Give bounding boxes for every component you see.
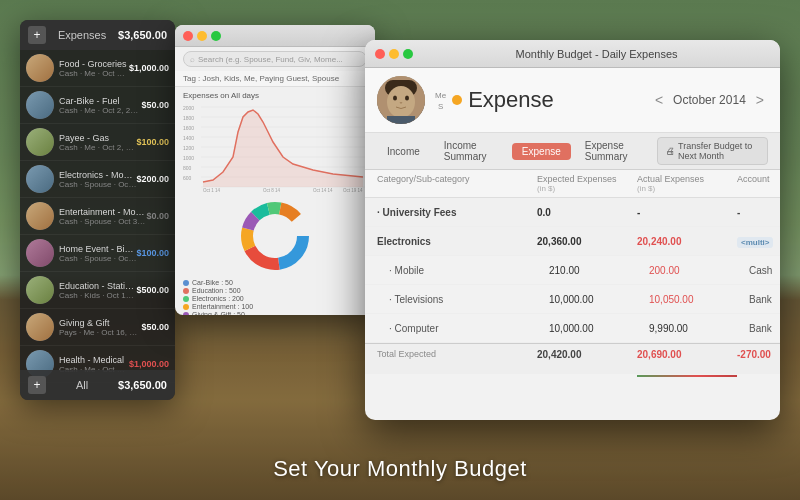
category-cell: · Mobile (389, 265, 549, 276)
legend-item: Car-Bike : 50 (183, 279, 367, 286)
expenses-panel: + Expenses $3,650.00 Food - Groceries Ca… (20, 20, 175, 400)
svg-marker-17 (203, 110, 363, 187)
add-expense-button[interactable]: + (28, 26, 46, 44)
legend-item: Electronics : 200 (183, 295, 367, 302)
svg-text:1400: 1400 (183, 135, 194, 141)
item-name: Payee - Gas (59, 133, 136, 143)
expected-cell: 10,000.00 (549, 294, 649, 305)
legend-label: Education : 500 (192, 287, 241, 294)
account-cell: Bank (749, 294, 772, 305)
item-amount: $50.00 (141, 100, 169, 110)
table-row[interactable]: Electronics 20,360.00 20,240.00 <multi> … (365, 227, 780, 256)
item-sub: Cash · Spouse · Oct 13, 2014 (59, 254, 136, 263)
maximize-button[interactable] (211, 31, 221, 41)
item-amount: $100.00 (136, 248, 169, 258)
avatar (26, 128, 54, 156)
item-name: Car-Bike - Fuel (59, 96, 141, 106)
legend-dot (183, 312, 189, 316)
profile-sub: S (435, 102, 446, 111)
tag-label: Tag : Josh, Kids, Me, Paying Guest, Spou… (183, 74, 339, 83)
chart-label: Expenses on All days (183, 91, 367, 100)
main-close-button[interactable] (375, 49, 385, 59)
item-name: Giving & Gift (59, 318, 141, 328)
budget-window: Monthly Budget - Daily Expenses (365, 40, 780, 420)
main-minimize-button[interactable] (389, 49, 399, 59)
list-item[interactable]: Giving & Gift Pays · Me · Oct 16, 2014 $… (20, 309, 175, 346)
month-navigation: < October 2014 > (651, 92, 768, 108)
panel-title: Expenses (58, 29, 106, 41)
avatar (26, 239, 54, 267)
list-item[interactable]: Food - Groceries Cash · Me · Oct 3, 2014… (20, 50, 175, 87)
table-row[interactable]: · Televisions 10,000.00 10,050.00 Bank 1… (365, 285, 780, 314)
search-bar[interactable]: ⌕ Search (e.g. Spouse, Fund, Giv, Mome..… (183, 51, 367, 67)
legend-dot (183, 296, 189, 302)
profile-label: Me (435, 91, 446, 100)
transfer-budget-button[interactable]: 🖨Transfer Budget to Next Month (657, 137, 768, 165)
next-month-button[interactable]: > (752, 92, 768, 108)
minimize-button[interactable] (197, 31, 207, 41)
search-placeholder: Search (e.g. Spouse, Fund, Giv, Mome... (198, 55, 343, 64)
list-item[interactable]: Car-Bike - Fuel Cash · Me · Oct 2, 2014 … (20, 87, 175, 124)
tab-income[interactable]: Income (377, 143, 430, 160)
list-item[interactable]: Entertainment - Movies Cash · Spouse · O… (20, 198, 175, 235)
item-sub: Cash · Kids · Oct 18, 2014 (59, 291, 136, 300)
avatar (26, 165, 54, 193)
main-maximize-button[interactable] (403, 49, 413, 59)
footer-total: $3,650.00 (118, 379, 167, 391)
table-row[interactable]: · University Fees 0.0 - - 18 : October 2… (365, 198, 780, 227)
list-item[interactable]: Education - Stationery Cash · Kids · Oct… (20, 272, 175, 309)
tab-income-summary[interactable]: Income Summary (434, 137, 508, 165)
avatar (26, 276, 54, 304)
traffic-lights (183, 31, 221, 41)
account-cell: - (737, 207, 740, 218)
table-row[interactable]: · Computer 10,000.00 9,990.00 Bank 1 : O… (365, 314, 780, 343)
list-item[interactable]: Electronics - Mobile Cash · Spouse · Oct… (20, 161, 175, 198)
svg-text:800: 800 (183, 165, 192, 171)
account-col: Cash (749, 265, 780, 276)
prev-month-button[interactable]: < (651, 92, 667, 108)
item-info: Car-Bike - Fuel Cash · Me · Oct 2, 2014 (59, 96, 141, 115)
item-amount: $1,000.00 (129, 63, 169, 73)
expense-title: Expense (468, 87, 651, 113)
account-cell: Cash (749, 265, 772, 276)
account-col: Bank (749, 323, 780, 334)
legend-item: Giving & Gift : 50 (183, 311, 367, 315)
svg-text:Oct 1 14: Oct 1 14 (203, 188, 221, 192)
svg-point-34 (405, 96, 409, 101)
svg-point-29 (255, 216, 295, 256)
main-header: Me S Expense < October 2014 > (365, 68, 780, 133)
svg-point-32 (387, 86, 415, 118)
svg-text:600: 600 (183, 175, 192, 181)
left-panel-header: + Expenses $3,650.00 (20, 20, 175, 50)
legend-dot (183, 288, 189, 294)
list-item[interactable]: Home Event - Birthday Party Cash · Spous… (20, 235, 175, 272)
list-item[interactable]: Payee - Gas Cash · Me · Oct 2, 2014 $100… (20, 124, 175, 161)
tab-expense[interactable]: Expense (512, 143, 571, 160)
svg-text:1000: 1000 (183, 155, 194, 161)
main-traffic-lights (375, 49, 413, 59)
actual-cell: 10,050.00 (649, 294, 749, 305)
legend-dot (183, 304, 189, 310)
item-info: Entertainment - Movies Cash · Spouse · O… (59, 207, 146, 226)
table-row[interactable]: · Mobile 210.00 200.00 Cash 1 : October … (365, 256, 780, 285)
tabs-bar: IncomeIncome SummaryExpenseExpense Summa… (365, 133, 780, 170)
footer-diff-val: -270.00 (737, 349, 780, 369)
legend-label: Electronics : 200 (192, 295, 244, 302)
col-category: Category/Sub-category (377, 174, 537, 193)
actual-cell: - (637, 207, 737, 218)
item-name: Food - Groceries (59, 59, 129, 69)
table-footer: Total Expected 20,420.00 20,690.00 -270.… (365, 343, 780, 374)
table-header: Category/Sub-category Expected Expenses … (365, 170, 780, 198)
multi-tag: <multi> (737, 237, 773, 248)
footer-actual-val: 20,690.00 (637, 349, 682, 360)
tab-expense-summary[interactable]: Expense Summary (575, 137, 653, 165)
account-col: <multi> (737, 236, 780, 247)
item-amount: $0.00 (146, 211, 169, 221)
col-expected: Expected Expenses (in $) (537, 174, 637, 193)
item-sub: Cash · Spouse · Oct 5, 2014 (59, 180, 136, 189)
close-button[interactable] (183, 31, 193, 41)
item-amount: $200.00 (136, 174, 169, 184)
category-cell: · University Fees (377, 207, 537, 218)
footer-add-button[interactable]: + (28, 376, 46, 394)
face-svg (377, 76, 425, 124)
